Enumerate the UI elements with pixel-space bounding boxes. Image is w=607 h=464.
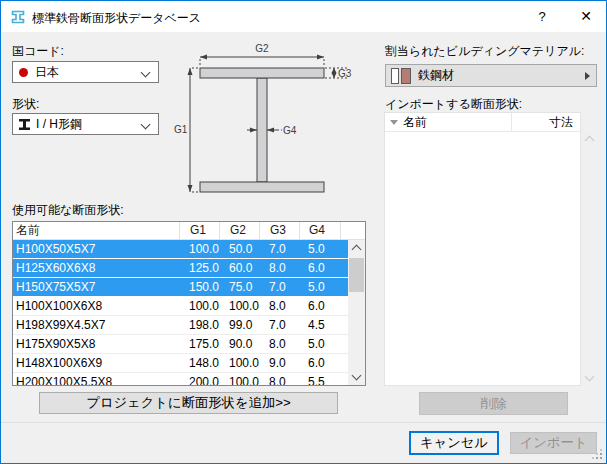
- cell-g3: 8.0: [259, 373, 299, 386]
- cell-g2: 99.0: [219, 316, 259, 334]
- cell-g2: 100.0: [219, 354, 259, 372]
- cell-g4: 4.5: [299, 316, 341, 334]
- column-header-g2[interactable]: G2: [219, 222, 259, 239]
- table-row[interactable]: H150X75X5X7 150.0 75.0 7.0 5.0: [13, 278, 365, 297]
- cell-g2: 100.0: [219, 297, 259, 315]
- material-value: 鉄鋼材: [418, 67, 454, 84]
- delete-button[interactable]: 削除: [419, 392, 568, 415]
- column-header-g4[interactable]: G4: [299, 222, 341, 239]
- table-row[interactable]: H100X100X6X8 100.0 100.0 8.0 6.0: [13, 297, 365, 316]
- title-bar: 標準鉄骨断面形状データベース ? ✕: [1, 1, 606, 32]
- add-section-to-project-button[interactable]: プロジェクトに断面形状を追加>>: [39, 392, 338, 414]
- available-sections-table: 名前 G1 G2 G3 G4 H100X50X5X7 100.0 50.0 7.…: [12, 221, 366, 386]
- table-row[interactable]: H125X60X6X8 125.0 60.0 8.0 6.0: [13, 259, 365, 278]
- import-button[interactable]: インポート: [510, 432, 597, 454]
- column-header-g1[interactable]: G1: [179, 222, 219, 239]
- cell-g1: 148.0: [179, 354, 219, 372]
- available-table-scrollbar[interactable]: [348, 240, 365, 385]
- cell-g1: 200.0: [179, 373, 219, 386]
- cell-name: H200X100X5.5X8: [13, 373, 179, 386]
- scroll-down-icon[interactable]: [585, 372, 595, 382]
- cell-g1: 175.0: [179, 335, 219, 353]
- cell-g1: 100.0: [179, 240, 219, 258]
- dim-g2-label: G2: [255, 43, 269, 54]
- import-table-scrollbar[interactable]: [581, 131, 597, 386]
- cell-g3: 8.0: [259, 259, 299, 277]
- ibeam-app-icon: [10, 9, 26, 25]
- table-row[interactable]: H200X100X5.5X8 200.0 100.0 8.0 5.5: [13, 373, 365, 386]
- cell-g3: 7.0: [259, 240, 299, 258]
- table-row[interactable]: H198X99X4.5X7 198.0 99.0 7.0 4.5: [13, 316, 365, 335]
- cell-g4: 5.0: [299, 335, 341, 353]
- cancel-button[interactable]: キャンセル: [409, 431, 499, 455]
- cell-name: H125X60X6X8: [13, 259, 179, 277]
- footer-separator: [1, 422, 606, 423]
- country-code-select[interactable]: 日本: [12, 61, 159, 83]
- cell-name: H100X50X5X7: [13, 240, 179, 258]
- chevron-down-icon: [141, 120, 151, 130]
- cell-g4: 6.0: [299, 297, 341, 315]
- cell-g4: 6.0: [299, 354, 341, 372]
- cell-g3: 7.0: [259, 278, 299, 296]
- shape-label: 形状:: [12, 96, 39, 113]
- cell-g3: 8.0: [259, 335, 299, 353]
- steel-section-database-dialog: 標準鉄骨断面形状データベース ? ✕ 国コード: 日本 形状: I / H形鋼 …: [0, 0, 607, 464]
- building-material-picker[interactable]: 鉄鋼材: [385, 64, 597, 87]
- cell-g4: 5.0: [299, 278, 341, 296]
- cell-name: H148X100X6X9: [13, 354, 179, 372]
- close-button[interactable]: ✕: [570, 1, 602, 32]
- scroll-up-icon[interactable]: [585, 136, 595, 146]
- shape-select[interactable]: I / H形鋼: [12, 113, 159, 135]
- cell-g4: 6.0: [299, 259, 341, 277]
- cell-g1: 150.0: [179, 278, 219, 296]
- cell-name: H175X90X5X8: [13, 335, 179, 353]
- country-code-value: 日本: [35, 64, 59, 81]
- dim-g1-label: G1: [174, 124, 188, 135]
- assigned-material-label: 割当られたビルディングマテリアル:: [385, 43, 584, 60]
- scroll-down-icon[interactable]: [352, 371, 362, 381]
- shape-value: I / H形鋼: [36, 116, 82, 133]
- cell-g3: 7.0: [259, 316, 299, 334]
- cell-g2: 60.0: [219, 259, 259, 277]
- table-header: 名前 G1 G2 G3 G4: [13, 222, 365, 240]
- cell-g1: 125.0: [179, 259, 219, 277]
- section-dimension-diagram: G2 G1 G3 G4: [171, 37, 371, 207]
- column-header-name[interactable]: 名前: [403, 113, 511, 131]
- chevron-down-icon: [141, 68, 151, 78]
- scrollbar-thumb[interactable]: [349, 258, 364, 292]
- cell-name: H150X75X5X7: [13, 278, 179, 296]
- scroll-up-icon[interactable]: [352, 245, 362, 255]
- import-table-body[interactable]: 名前 寸法: [384, 112, 581, 386]
- table-row[interactable]: H148X100X6X9 148.0 100.0 9.0 6.0: [13, 354, 365, 373]
- import-sections-table: 名前 寸法: [384, 112, 597, 386]
- column-header-g3[interactable]: G3: [259, 222, 299, 239]
- column-header-name[interactable]: 名前: [13, 222, 179, 239]
- ibeam-shape-icon: [18, 118, 31, 131]
- cell-name: H100X100X6X8: [13, 297, 179, 315]
- table-row[interactable]: H100X50X5X7 100.0 50.0 7.0 5.0: [13, 240, 365, 259]
- cell-g4: 5.0: [299, 240, 341, 258]
- table-row[interactable]: H175X90X5X8 175.0 90.0 8.0 5.0: [13, 335, 365, 354]
- country-code-label: 国コード:: [12, 43, 64, 60]
- resize-grip[interactable]: [600, 457, 602, 459]
- cell-g1: 100.0: [179, 297, 219, 315]
- window-title: 標準鉄骨断面形状データベース: [32, 10, 201, 27]
- cell-g2: 100.0: [219, 373, 259, 386]
- cell-g2: 50.0: [219, 240, 259, 258]
- material-swatch-steel-icon: [401, 68, 411, 84]
- dim-g3-label: G3: [338, 68, 352, 79]
- available-sections-label: 使用可能な断面形状:: [12, 202, 124, 219]
- filter-dropdown-icon[interactable]: [390, 120, 398, 125]
- cell-name: H198X99X4.5X7: [13, 316, 179, 334]
- dim-g4-label: G4: [283, 125, 297, 136]
- cell-g1: 198.0: [179, 316, 219, 334]
- flyout-arrow-icon: [585, 72, 590, 80]
- import-sections-label: インポートする断面形状:: [385, 96, 522, 113]
- cell-g3: 8.0: [259, 297, 299, 315]
- cell-g2: 75.0: [219, 278, 259, 296]
- column-header-dimensions[interactable]: 寸法: [511, 113, 580, 132]
- cell-g3: 9.0: [259, 354, 299, 372]
- help-button[interactable]: ?: [526, 1, 558, 32]
- cell-g2: 90.0: [219, 335, 259, 353]
- material-swatch-empty-icon: [391, 68, 399, 84]
